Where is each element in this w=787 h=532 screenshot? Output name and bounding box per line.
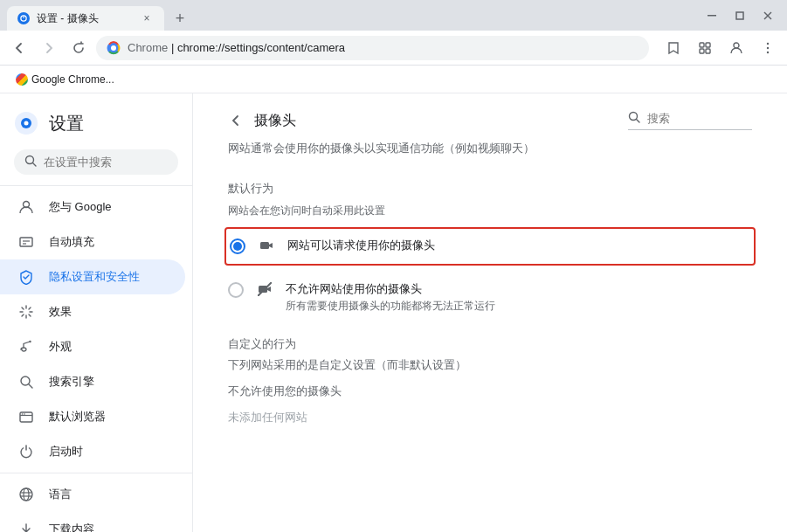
content-area: 摄像头 网站通常会使用你的摄像头以实现通信功能（例如视频聊天） 默认行为 网站会… bbox=[193, 93, 787, 532]
sidebar-search-bar[interactable] bbox=[14, 149, 178, 175]
minimize-button[interactable] bbox=[700, 3, 724, 28]
sidebar-item-autofill[interactable]: 自动填充 bbox=[0, 225, 185, 259]
svg-line-19 bbox=[33, 163, 37, 167]
close-button[interactable] bbox=[756, 3, 780, 28]
sidebar-item-privacy[interactable]: 隐私设置和安全性 bbox=[0, 259, 185, 294]
svg-point-29 bbox=[22, 413, 24, 415]
sidebar-label: 下载内容 bbox=[49, 522, 94, 532]
bookmark-google-chrome[interactable]: Google Chrome... bbox=[10, 69, 120, 90]
download-icon bbox=[17, 521, 35, 532]
globe-icon bbox=[17, 486, 35, 503]
tab-bar: 设置 - 摄像头 × + bbox=[7, 0, 693, 31]
sidebar-label: 自动填充 bbox=[49, 234, 94, 250]
svg-point-7 bbox=[111, 45, 116, 51]
address-bar: Chrome | chrome://settings/content/camer… bbox=[0, 31, 787, 66]
svg-rect-11 bbox=[706, 49, 710, 53]
sidebar-item-default-browser[interactable]: 默认浏览器 bbox=[0, 399, 185, 434]
back-button[interactable] bbox=[7, 36, 31, 60]
settings-logo-icon bbox=[14, 111, 38, 135]
svg-point-17 bbox=[24, 121, 29, 126]
page-search-input[interactable] bbox=[647, 112, 752, 125]
address-bar-icons bbox=[661, 36, 780, 60]
custom-behavior-label: 自定义的行为 bbox=[193, 322, 787, 357]
bookmark-bar: Google Chrome... bbox=[0, 66, 787, 93]
sidebar-divider-1 bbox=[0, 185, 192, 186]
browser-icon bbox=[17, 408, 35, 425]
page-header-left: 摄像头 bbox=[228, 112, 296, 130]
svg-point-30 bbox=[24, 413, 25, 415]
bookmark-icon[interactable] bbox=[661, 36, 686, 60]
camera-description: 网站通常会使用你的摄像头以实现通信功能（例如视频聊天） bbox=[193, 141, 787, 170]
sidebar-item-appearance[interactable]: 外观 bbox=[0, 329, 185, 364]
tab-close-button[interactable]: × bbox=[140, 11, 154, 25]
svg-rect-21 bbox=[20, 238, 32, 246]
svg-rect-9 bbox=[706, 43, 710, 47]
sidebar-search-icon bbox=[24, 155, 37, 169]
svg-point-32 bbox=[24, 488, 29, 501]
camera-blocked-icon bbox=[258, 282, 272, 299]
title-bar: 设置 - 摄像头 × + bbox=[0, 0, 787, 31]
paint-icon bbox=[17, 338, 35, 356]
sidebar-item-search-engine[interactable]: 搜索引擎 bbox=[0, 364, 185, 399]
sidebar-item-downloads[interactable]: 下载内容 bbox=[0, 512, 185, 532]
sidebar-search-input[interactable] bbox=[44, 155, 168, 169]
page-search-icon bbox=[628, 111, 640, 126]
svg-point-31 bbox=[20, 488, 32, 501]
sidebar-item-language[interactable]: 语言 bbox=[0, 477, 185, 512]
sidebar-item-google-account[interactable]: 您与 Google bbox=[0, 190, 185, 225]
menu-icon[interactable] bbox=[756, 36, 780, 60]
radio-dot-allow bbox=[233, 242, 242, 251]
active-tab[interactable]: 设置 - 摄像头 × bbox=[7, 6, 164, 31]
allow-camera-label: 网站可以请求使用你的摄像头 bbox=[287, 238, 435, 253]
svg-point-24 bbox=[29, 341, 31, 342]
url-separator: | bbox=[171, 41, 177, 54]
svg-rect-2 bbox=[708, 15, 716, 17]
power-icon bbox=[17, 443, 35, 460]
restore-button[interactable] bbox=[728, 3, 752, 28]
radio-allow-checked[interactable] bbox=[230, 238, 245, 254]
sidebar-item-appearance-effect[interactable]: 效果 bbox=[0, 294, 185, 329]
svg-point-13 bbox=[767, 42, 769, 44]
page-header: 摄像头 bbox=[193, 93, 787, 141]
sidebar-label: 效果 bbox=[49, 304, 72, 320]
svg-line-39 bbox=[637, 120, 640, 123]
deny-camera-label: 不允许网站使用你的摄像头 bbox=[286, 281, 495, 297]
radio-deny[interactable] bbox=[228, 282, 244, 298]
deny-camera-option[interactable]: 不允许网站使用你的摄像头 所有需要使用摄像头的功能都将无法正常运行 bbox=[193, 273, 787, 322]
person-icon bbox=[17, 198, 35, 216]
sidebar-item-startup[interactable]: 启动时 bbox=[0, 434, 185, 469]
settings-title: 设置 bbox=[49, 112, 84, 135]
svg-rect-8 bbox=[700, 43, 704, 47]
allow-camera-option[interactable]: 网站可以请求使用你的摄像头 bbox=[224, 227, 756, 266]
reload-button[interactable] bbox=[66, 36, 91, 60]
sidebar-label: 外观 bbox=[49, 339, 72, 355]
settings-header: 设置 bbox=[0, 100, 192, 142]
svg-line-26 bbox=[29, 384, 32, 388]
extension-icon[interactable] bbox=[693, 36, 717, 60]
address-input-wrap[interactable]: Chrome | chrome://settings/content/camer… bbox=[96, 36, 649, 60]
deny-camera-sublabel: 所有需要使用摄像头的功能都将无法正常运行 bbox=[286, 299, 495, 314]
default-behavior-label: 默认行为 bbox=[193, 170, 787, 202]
chrome-favicon-icon bbox=[107, 41, 121, 55]
address-text: Chrome | chrome://settings/content/camer… bbox=[128, 41, 639, 54]
svg-point-14 bbox=[767, 46, 769, 48]
profile-icon[interactable] bbox=[724, 36, 749, 60]
sidebar-label: 启动时 bbox=[49, 444, 83, 459]
new-tab-button[interactable]: + bbox=[168, 6, 192, 31]
page-title: 摄像头 bbox=[254, 112, 296, 130]
page-back-button[interactable] bbox=[228, 113, 244, 128]
camera-icon bbox=[259, 238, 273, 255]
page-search-bar[interactable] bbox=[628, 111, 752, 130]
sidebar-label: 默认浏览器 bbox=[49, 409, 106, 425]
empty-websites-label: 未添加任何网站 bbox=[193, 406, 787, 429]
not-allowed-camera-label: 不允许使用您的摄像头 bbox=[193, 380, 787, 406]
sparkle-icon bbox=[17, 303, 35, 321]
forward-button[interactable] bbox=[37, 36, 61, 60]
sidebar-label: 您与 Google bbox=[49, 199, 112, 215]
tab-favicon bbox=[17, 12, 30, 24]
chrome-label: Chrome bbox=[128, 41, 168, 54]
autofill-icon bbox=[17, 233, 35, 251]
default-behavior-desc: 网站会在您访问时自动采用此设置 bbox=[193, 202, 787, 227]
main-area: 设置 您与 Google 自动填充 隐私设置和安全性 bbox=[0, 93, 787, 532]
chrome-favicon-bookmark bbox=[16, 73, 28, 86]
